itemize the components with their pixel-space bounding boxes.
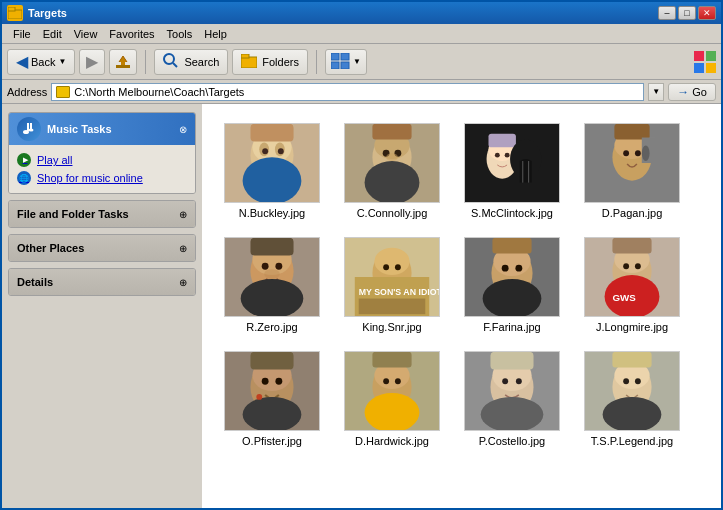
file-item[interactable]: P.Costello.jpg xyxy=(452,342,572,456)
svg-rect-9 xyxy=(341,53,349,60)
file-thumbnail xyxy=(464,123,560,203)
file-name: King.Snr.jpg xyxy=(362,321,421,333)
svg-point-90 xyxy=(243,397,302,431)
svg-point-64 xyxy=(383,264,389,270)
svg-point-87 xyxy=(262,378,269,385)
svg-point-47 xyxy=(623,150,629,156)
file-folder-tasks-title: File and Folder Tasks xyxy=(17,208,129,220)
details-chevron: ⊕ xyxy=(179,277,187,288)
file-name: T.S.P.Legend.jpg xyxy=(591,435,673,447)
svg-point-65 xyxy=(395,264,401,270)
svg-point-26 xyxy=(278,148,284,154)
up-button[interactable] xyxy=(109,49,137,75)
svg-point-34 xyxy=(386,153,398,161)
go-label: Go xyxy=(692,86,707,98)
svg-rect-3 xyxy=(116,65,130,68)
toolbar-separator-1 xyxy=(145,50,146,74)
file-item[interactable]: MY SON'S AN IDIOTKing.Snr.jpg xyxy=(332,228,452,342)
folders-icon xyxy=(241,54,257,70)
svg-rect-97 xyxy=(372,352,411,368)
file-item[interactable]: N.Buckley.jpg xyxy=(212,114,332,228)
file-thumbnail xyxy=(584,351,680,431)
file-thumbnail xyxy=(584,123,680,203)
svg-point-57 xyxy=(275,263,282,270)
menu-help[interactable]: Help xyxy=(198,27,233,41)
svg-point-75 xyxy=(483,279,542,317)
music-tasks-header[interactable]: Music Tasks ⊗ xyxy=(9,113,195,145)
forward-arrow-icon: ▶ xyxy=(86,52,98,71)
file-folder-tasks-section: File and Folder Tasks ⊕ xyxy=(8,200,196,228)
views-button[interactable]: ▼ xyxy=(325,49,367,75)
svg-point-25 xyxy=(262,148,268,154)
views-dropdown-icon[interactable]: ▼ xyxy=(353,57,361,66)
file-folder-tasks-header[interactable]: File and Folder Tasks ⊕ xyxy=(9,201,195,227)
minimize-button[interactable]: – xyxy=(658,6,676,20)
svg-point-98 xyxy=(365,393,420,431)
menu-favorites[interactable]: Favorites xyxy=(103,27,160,41)
music-icon xyxy=(17,117,41,141)
svg-point-88 xyxy=(275,378,282,385)
svg-point-51 xyxy=(642,145,650,161)
window-icon xyxy=(7,5,23,21)
menu-edit[interactable]: Edit xyxy=(37,27,68,41)
svg-rect-111 xyxy=(612,352,651,368)
address-folder-icon xyxy=(56,86,70,98)
forward-button[interactable]: ▶ xyxy=(79,49,105,75)
back-dropdown-icon[interactable]: ▼ xyxy=(58,57,66,66)
play-all-icon xyxy=(17,153,31,167)
svg-point-60 xyxy=(241,279,304,317)
close-button[interactable]: ✕ xyxy=(698,6,716,20)
folders-button[interactable]: Folders xyxy=(232,49,308,75)
main-window: Targets – □ ✕ File Edit View Favorites T… xyxy=(0,0,723,510)
file-item[interactable]: F.Farina.jpg xyxy=(452,228,572,342)
files-grid: N.Buckley.jpgC.Connolly.jpgS.McClintock.… xyxy=(202,104,721,508)
svg-point-41 xyxy=(505,153,510,158)
file-name: C.Connolly.jpg xyxy=(357,207,428,219)
shop-music-task[interactable]: Shop for music online xyxy=(17,169,187,187)
svg-point-109 xyxy=(623,378,629,384)
file-thumbnail: GWS xyxy=(584,237,680,317)
maximize-button[interactable]: □ xyxy=(678,6,696,20)
back-button[interactable]: ◀ Back ▼ xyxy=(7,49,75,75)
back-arrow-icon: ◀ xyxy=(16,52,28,71)
toolbar: ◀ Back ▼ ▶ Search xyxy=(2,44,721,80)
toolbar-separator-2 xyxy=(316,50,317,74)
music-tasks-chevron: ⊗ xyxy=(179,124,187,135)
svg-rect-35 xyxy=(372,124,411,140)
svg-point-105 xyxy=(481,397,544,431)
svg-rect-14 xyxy=(694,63,704,73)
svg-rect-13 xyxy=(706,51,716,61)
go-button[interactable]: → Go xyxy=(668,83,716,101)
search-button[interactable]: Search xyxy=(154,49,228,75)
file-item[interactable]: R.Zero.jpg xyxy=(212,228,332,342)
menu-view[interactable]: View xyxy=(68,27,104,41)
file-item[interactable]: GWSJ.Longmire.jpg xyxy=(572,228,692,342)
play-all-task[interactable]: Play all xyxy=(17,151,187,169)
svg-rect-10 xyxy=(331,62,339,69)
svg-point-56 xyxy=(262,263,269,270)
views-icon xyxy=(331,53,351,71)
music-tasks-content: Play all Shop for music online xyxy=(9,145,195,193)
menu-tools[interactable]: Tools xyxy=(161,27,199,41)
music-tasks-section: Music Tasks ⊗ Play all Shop for music on… xyxy=(8,112,196,194)
up-arrow-icon xyxy=(116,54,130,70)
svg-rect-59 xyxy=(250,238,293,256)
file-item[interactable]: S.McClintock.jpg xyxy=(452,114,572,228)
file-item[interactable]: O.Pfister.jpg xyxy=(212,342,332,456)
menu-file[interactable]: File xyxy=(7,27,37,41)
file-thumbnail xyxy=(224,351,320,431)
other-places-header[interactable]: Other Places ⊕ xyxy=(9,235,195,261)
file-item[interactable]: D.Hardwick.jpg xyxy=(332,342,452,456)
details-header[interactable]: Details ⊕ xyxy=(9,269,195,295)
address-input-wrapper[interactable]: C:\North Melbourne\Coach\Targets xyxy=(51,83,644,101)
file-item[interactable]: D.Pagan.jpg xyxy=(572,114,692,228)
file-folder-tasks-chevron: ⊕ xyxy=(179,209,187,220)
file-item[interactable]: T.S.P.Legend.jpg xyxy=(572,342,692,456)
address-path: C:\North Melbourne\Coach\Targets xyxy=(74,86,639,98)
address-dropdown-button[interactable]: ▼ xyxy=(648,83,664,101)
file-item[interactable]: C.Connolly.jpg xyxy=(332,114,452,228)
file-name: S.McClintock.jpg xyxy=(471,207,553,219)
search-label: Search xyxy=(184,56,219,68)
svg-rect-74 xyxy=(492,238,531,254)
svg-point-96 xyxy=(395,378,401,384)
